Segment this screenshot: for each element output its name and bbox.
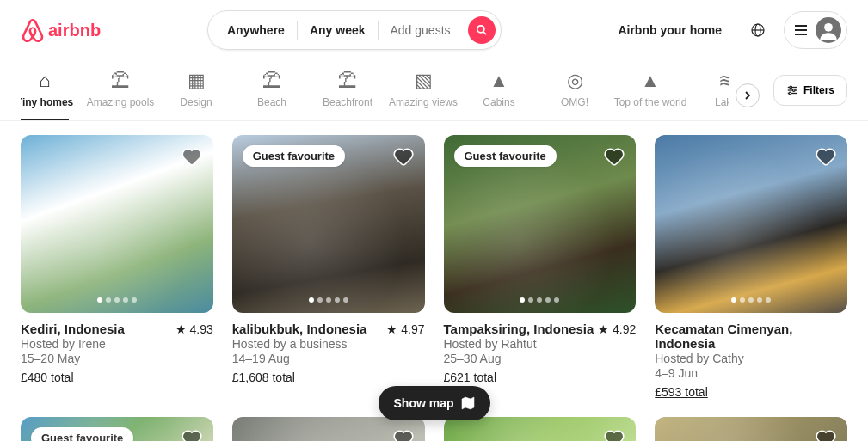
favourite-badge: Guest favourite xyxy=(31,427,133,441)
listing-price: £593 total xyxy=(655,385,708,399)
chevron-right-icon xyxy=(743,91,752,100)
wishlist-button[interactable] xyxy=(392,427,415,441)
listing-dates: 4–9 Jun xyxy=(655,366,847,380)
listing-host: Hosted by Cathy xyxy=(655,352,847,365)
map-icon xyxy=(461,396,475,410)
listing-image[interactable]: Guest favourite xyxy=(232,135,425,313)
heart-icon xyxy=(181,145,203,168)
category-design[interactable]: ▦Design xyxy=(172,70,220,120)
category-label: Top of the world xyxy=(614,96,687,108)
listing-rating: ★ 4.93 xyxy=(175,322,213,336)
wishlist-button[interactable] xyxy=(815,145,837,168)
search-button[interactable] xyxy=(468,16,496,44)
category-icon: ⛱ xyxy=(110,70,131,91)
svg-point-7 xyxy=(790,86,792,89)
category-list: ⌂Tiny homes⛱Amazing pools▦Design⛱Beach⛱B… xyxy=(21,70,729,120)
wishlist-button[interactable] xyxy=(181,427,203,441)
heart-icon xyxy=(392,427,415,441)
logo[interactable]: airbnb xyxy=(21,18,101,42)
category-icon: ⌂ xyxy=(34,70,55,91)
category-label: Lake xyxy=(715,96,729,108)
image-dots xyxy=(520,297,559,303)
wishlist-button[interactable] xyxy=(603,427,625,441)
image-dots xyxy=(97,297,137,303)
listing-image[interactable]: Guest favourite xyxy=(444,135,637,313)
wishlist-button[interactable] xyxy=(181,145,203,168)
listing-location: kalibukbuk, Indonesia xyxy=(232,322,367,336)
listing-price: £480 total xyxy=(21,371,74,384)
avatar xyxy=(816,17,841,43)
profile-menu[interactable] xyxy=(784,11,847,49)
category-beach[interactable]: ⛱Beach xyxy=(248,70,296,120)
logo-text: airbnb xyxy=(48,21,101,40)
category-scroll-right[interactable] xyxy=(736,83,760,107)
category-label: Beachfront xyxy=(323,96,372,108)
search-anyweek[interactable]: Any week xyxy=(298,18,378,42)
listing-image[interactable]: Guest favourite xyxy=(21,417,213,441)
category-icon: ⛱ xyxy=(262,70,282,91)
listing-rating: ★ 4.97 xyxy=(386,322,424,336)
category-beachfront[interactable]: ⛱Beachfront xyxy=(323,70,372,120)
listing-location: Kediri, Indonesia xyxy=(21,322,125,336)
heart-icon xyxy=(603,427,625,441)
listing-image[interactable] xyxy=(232,417,425,441)
globe-icon xyxy=(751,23,765,37)
category-amazing-pools[interactable]: ⛱Amazing pools xyxy=(96,70,145,120)
heart-icon xyxy=(815,145,837,168)
hamburger-icon xyxy=(795,29,807,31)
category-icon: ▲ xyxy=(489,70,509,91)
listing-card[interactable]: Guest favourite xyxy=(21,417,213,441)
listing-image[interactable] xyxy=(655,417,847,441)
search-icon xyxy=(476,24,488,36)
filters-label: Filters xyxy=(803,84,834,96)
listing-card[interactable]: Guest favourite Tampaksiring, Indonesia … xyxy=(444,135,637,400)
category-label: Amazing pools xyxy=(87,96,155,108)
header-right: Airbnb your home xyxy=(607,11,847,49)
category-lake[interactable]: ≋Lake xyxy=(702,70,729,120)
category-icon: ▲ xyxy=(640,70,661,91)
heart-icon xyxy=(392,145,415,168)
favourite-badge: Guest favourite xyxy=(243,145,345,167)
category-tiny-homes[interactable]: ⌂Tiny homes xyxy=(21,70,69,120)
show-map-label: Show map xyxy=(393,396,453,410)
category-icon: ▦ xyxy=(186,70,206,91)
listing-info: Kecamatan Cimenyan, Indonesia Hosted by … xyxy=(655,313,847,400)
listing-rating: ★ 4.92 xyxy=(598,322,636,336)
wishlist-button[interactable] xyxy=(392,145,415,168)
wishlist-button[interactable] xyxy=(603,145,625,168)
listing-image[interactable] xyxy=(655,135,847,313)
category-omg![interactable]: ◎OMG! xyxy=(551,70,599,120)
language-button[interactable] xyxy=(742,15,773,46)
category-icon: ◎ xyxy=(564,70,585,91)
listing-card[interactable]: Kecamatan Cimenyan, Indonesia Hosted by … xyxy=(655,135,847,400)
category-bar: ⌂Tiny homes⛱Amazing pools▦Design⛱Beach⛱B… xyxy=(0,60,868,121)
listing-dates: 15–20 May xyxy=(21,352,213,365)
listing-host: Hosted by Irene xyxy=(21,337,213,351)
search-bar[interactable]: Anywhere Any week Add guests xyxy=(207,10,502,50)
wishlist-button[interactable] xyxy=(815,427,837,441)
listing-card[interactable]: Kediri, Indonesia ★ 4.93 Hosted by Irene… xyxy=(21,135,213,400)
listing-dates: 14–19 Aug xyxy=(232,352,425,365)
category-icon: ⛱ xyxy=(337,70,358,91)
category-cabins[interactable]: ▲Cabins xyxy=(475,70,523,120)
show-map-button[interactable]: Show map xyxy=(378,386,489,420)
listing-image[interactable] xyxy=(21,135,213,313)
category-top-of-the-world[interactable]: ▲Top of the world xyxy=(626,70,674,120)
listing-image[interactable] xyxy=(444,417,637,441)
svg-point-11 xyxy=(789,92,791,95)
category-label: Design xyxy=(180,96,212,108)
category-amazing-views[interactable]: ▧Amazing views xyxy=(399,70,447,120)
filters-button[interactable]: Filters xyxy=(773,75,847,106)
svg-point-0 xyxy=(477,26,483,33)
listing-card[interactable] xyxy=(655,417,847,441)
host-link[interactable]: Airbnb your home xyxy=(607,16,732,44)
listing-card[interactable] xyxy=(444,417,637,441)
search-guests[interactable]: Add guests xyxy=(379,18,463,42)
listing-card[interactable]: Guest favourite kalibukbuk, Indonesia ★ … xyxy=(232,135,425,400)
listing-card[interactable] xyxy=(232,417,425,441)
search-anywhere[interactable]: Anywhere xyxy=(215,18,297,42)
heart-icon xyxy=(603,145,625,168)
heart-icon xyxy=(181,427,203,441)
svg-point-9 xyxy=(792,89,795,92)
listing-info: Tampaksiring, Indonesia ★ 4.92 Hosted by… xyxy=(444,313,637,385)
